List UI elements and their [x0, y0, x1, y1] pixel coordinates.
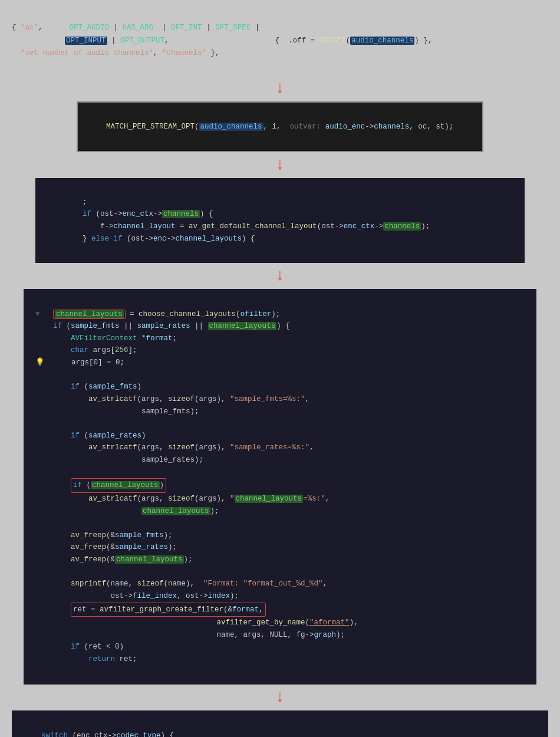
main-line-5: 💡 args[0] = 0; — [35, 358, 124, 367]
section-1: { "ac", OPT_AUDIO | HAS_ARG | OPT_INT | … — [0, 6, 560, 75]
main-line-20: av_freep(&sample_rates); — [35, 543, 177, 551]
arrow-2: ↓ — [0, 152, 560, 178]
main-line-7: if (sample_fmts) — [35, 383, 141, 391]
arrow-4: ↓ — [0, 685, 560, 710]
main-line-16: av_strlcatf(args, sizeof(args), "channel… — [35, 495, 330, 503]
main-line-8: av_strlcatf(args, sizeof(args), "sample_… — [35, 395, 309, 403]
main-line-3: AVFilterContext *format; — [35, 334, 177, 343]
main-line-21: av_freep(&channel_layouts); — [35, 555, 193, 564]
main-line-26: avfilter_get_by_name("aformat"), — [35, 618, 358, 627]
match-block: MATCH_PER_STREAM_OPT(audio_channels, i, … — [77, 101, 483, 152]
bottom-block: switch (enc_ctx->codec_type) { case AVME… — [12, 710, 548, 737]
if-block: ; if (ost->enc_ctx->channels) { f->chann… — [35, 178, 525, 263]
main-line-25: ret = avfilter_graph_create_filter(&form… — [35, 606, 358, 639]
main-line-12: av_strlcatf(args, sizeof(args), "sample_… — [35, 443, 314, 452]
code-line-1: { "ac", OPT_AUDIO | HAS_ARG | OPT_INT | … — [12, 24, 259, 32]
main-line-9: sample_fmts); — [35, 407, 199, 416]
code-line-2: OPT_INPUT | OPT_OUTPUT, { .off = OFFSET(… — [12, 37, 432, 45]
main-line-4: char args[256]; — [35, 346, 137, 354]
main-block: ▼ channel_layouts = choose_channel_layou… — [24, 289, 536, 685]
main-line-15: if (channel_layouts) av_strlcatf(args, s… — [35, 481, 330, 515]
main-line-17: channel_layouts); — [35, 507, 219, 515]
main-line-23: snprintf(name, sizeof(name), "Format: "f… — [35, 580, 327, 588]
main-line-24: ost->file_index, ost->index); — [35, 592, 239, 600]
if-line-2: if (ost->enc_ctx->channels) { — [47, 210, 213, 218]
main-line-13: sample_rates); — [35, 456, 203, 464]
main-line-11: if (sample_rates) — [35, 432, 146, 440]
main-line-27: name, args, NULL, fg->graph); — [35, 631, 345, 639]
main-line-28: if (ret < 0) — [35, 643, 124, 651]
main-container: { "ac", OPT_AUDIO | HAS_ARG | OPT_INT | … — [0, 6, 560, 737]
if-line-1: ; — [47, 198, 87, 206]
main-line-29: return ret; — [35, 655, 137, 663]
arrow-3: ↓ — [0, 263, 560, 289]
main-line-1: ▼ channel_layouts = choose_channel_layou… — [35, 310, 280, 319]
arrow-1: ↓ — [0, 75, 560, 101]
main-line-19: av_freep(&sample_fmts); — [35, 531, 173, 539]
match-line: MATCH_PER_STREAM_OPT(audio_channels, i, … — [88, 123, 453, 131]
code-line-3: "set number of audio channels", "channel… — [12, 49, 220, 57]
if-line-3: f->channel_layout = av_get_default_chann… — [47, 222, 430, 231]
bottom-line-1: switch (enc_ctx->codec_type) { — [24, 732, 174, 737]
if-line-4: } else if (ost->enc->channel_layouts) { — [47, 235, 255, 243]
main-line-2: if (sample_fmts || sample_rates || chann… — [35, 322, 290, 330]
